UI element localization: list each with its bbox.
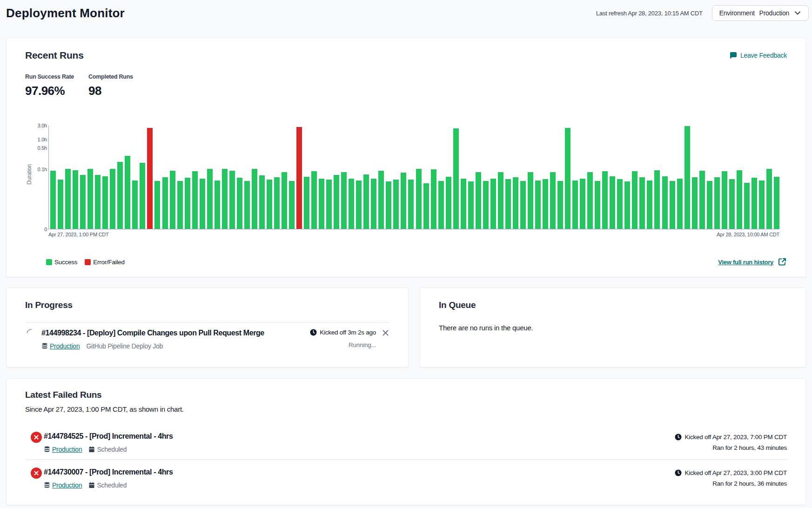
chart-bar[interactable] (662, 176, 668, 229)
chart-bar[interactable] (319, 179, 324, 229)
chart-bar[interactable] (147, 128, 153, 229)
chart-bar[interactable] (557, 181, 563, 229)
chart-bar[interactable] (595, 181, 600, 229)
chart-bar[interactable] (200, 179, 205, 229)
chart-bar[interactable] (326, 180, 332, 229)
chart-bar[interactable] (274, 177, 280, 229)
chart-bar[interactable] (289, 181, 295, 229)
chart-bar[interactable] (102, 176, 108, 229)
chart-bar[interactable] (677, 179, 683, 229)
chart-bar[interactable] (476, 172, 481, 229)
chart-bar[interactable] (744, 183, 750, 229)
chart-bar[interactable] (438, 181, 444, 229)
chart-bar[interactable] (453, 128, 459, 229)
chart-bar[interactable] (692, 177, 698, 229)
chart-bar[interactable] (520, 181, 526, 229)
chart-bar[interactable] (535, 180, 541, 229)
chart-bar[interactable] (311, 171, 317, 229)
chart-bar[interactable] (490, 179, 496, 229)
chart-bar[interactable] (117, 162, 123, 229)
chart-bar[interactable] (162, 177, 168, 229)
chart-bar[interactable] (170, 171, 175, 229)
chart-bar[interactable] (87, 169, 93, 229)
chart-bar[interactable] (766, 169, 772, 229)
chart-bar[interactable] (602, 171, 608, 229)
view-full-run-history-link[interactable]: View full run history (718, 257, 787, 267)
chart-bar[interactable] (684, 126, 690, 229)
chart-bar[interactable] (334, 175, 339, 229)
chart-bar[interactable] (229, 171, 235, 229)
chart-bar[interactable] (73, 170, 78, 229)
close-icon[interactable] (382, 329, 389, 337)
chart-bar[interactable] (670, 181, 675, 229)
chart-bar[interactable] (222, 169, 228, 229)
chart-bar[interactable] (185, 178, 190, 229)
chart-bar[interactable] (259, 175, 265, 229)
chart-bar[interactable] (177, 181, 183, 229)
chart-bar[interactable] (192, 171, 198, 229)
chart-bar[interactable] (543, 179, 548, 229)
chart-bar[interactable] (752, 178, 757, 229)
chart-bar[interactable] (125, 156, 130, 229)
chart-bar[interactable] (431, 169, 436, 229)
chart-bar[interactable] (446, 177, 451, 229)
chart-bar[interactable] (505, 179, 511, 229)
chart-bar[interactable] (647, 180, 652, 229)
chart-bar[interactable] (110, 169, 115, 229)
chart-bar[interactable] (513, 177, 518, 229)
chart-bar[interactable] (461, 179, 466, 229)
chart-bar[interactable] (565, 128, 570, 229)
chart-bar[interactable] (386, 181, 391, 229)
chart-bar[interactable] (617, 179, 623, 229)
chart-bar[interactable] (95, 175, 101, 229)
chart-bar[interactable] (132, 180, 138, 229)
failed-run-env-link[interactable]: Production (52, 446, 82, 453)
chart-bar[interactable] (154, 181, 160, 229)
chart-bar[interactable] (722, 171, 727, 229)
chart-bar[interactable] (349, 179, 354, 229)
chart-bar[interactable] (140, 163, 145, 229)
chart-bar[interactable] (356, 180, 362, 229)
chart-bar[interactable] (50, 171, 56, 229)
chart-bar[interactable] (498, 172, 503, 229)
chart-bar[interactable] (401, 173, 406, 229)
chart-bar[interactable] (408, 180, 414, 229)
chart-bar[interactable] (654, 170, 660, 229)
chart-bar[interactable] (58, 180, 63, 229)
chart-bar[interactable] (80, 175, 86, 229)
chart-bar[interactable] (65, 169, 71, 229)
chart-bar[interactable] (639, 177, 645, 229)
chart-bar[interactable] (468, 181, 474, 229)
chart-bar[interactable] (572, 180, 578, 229)
chart-bar[interactable] (244, 181, 250, 229)
chart-bar[interactable] (207, 169, 213, 229)
legend-item-success[interactable]: Success (46, 259, 77, 266)
chart-bar[interactable] (393, 180, 399, 229)
chart-bar[interactable] (304, 177, 309, 229)
chart-bar[interactable] (580, 179, 585, 229)
chart-bar[interactable] (550, 172, 556, 229)
chart-bar[interactable] (587, 172, 593, 229)
failed-run-env-link[interactable]: Production (52, 481, 82, 489)
in-progress-env-link[interactable]: Production (50, 342, 80, 350)
chart-bar[interactable] (371, 179, 376, 229)
chart-bar[interactable] (237, 178, 242, 229)
chart-bar[interactable] (363, 174, 369, 229)
chart-bar[interactable] (282, 172, 287, 229)
chart-bar[interactable] (759, 180, 765, 229)
chart-bar[interactable] (378, 171, 384, 229)
chart-bar[interactable] (610, 176, 615, 229)
environment-dropdown[interactable]: Environment Production (712, 5, 809, 21)
chart-bar[interactable] (215, 180, 220, 229)
chart-bar[interactable] (267, 180, 272, 229)
chart-bar[interactable] (699, 171, 705, 229)
chart-bar[interactable] (483, 181, 489, 229)
chart-bar[interactable] (423, 183, 429, 229)
chart-bar[interactable] (528, 172, 533, 229)
leave-feedback-link[interactable]: Leave Feedback (729, 51, 787, 60)
chart-bar[interactable] (774, 177, 779, 229)
chart-bar[interactable] (296, 127, 302, 229)
chart-bar[interactable] (729, 179, 735, 229)
chart-bar[interactable] (632, 171, 638, 229)
chart-bar[interactable] (714, 177, 720, 229)
